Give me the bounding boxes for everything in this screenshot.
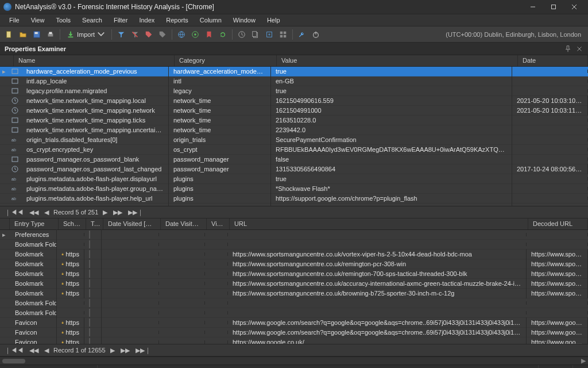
tag-checkbox[interactable] — [89, 319, 90, 327]
history-row[interactable]: Bookmarkhttpshttps://www.sportsmanguncen… — [0, 289, 588, 298]
menu-column[interactable]: Column — [194, 16, 227, 25]
history-row[interactable]: Faviconhttpshttps://www.google.co.uk/htt… — [0, 338, 588, 344]
history-row[interactable]: Bookmarkhttpshttps://www.sportsmanguncen… — [0, 250, 588, 259]
property-row[interactable]: abplugins.metadata.adobe-flash-player.gr… — [0, 184, 588, 194]
history-row[interactable]: Bookmarkhttpshttps://www.sportsmanguncen… — [0, 269, 588, 279]
untag-button[interactable] — [156, 28, 169, 41]
bnav-prev[interactable]: ◀ — [43, 347, 50, 354]
history-row[interactable]: Bookmark Folder — [0, 308, 588, 318]
col-tag[interactable]: Tag — [86, 218, 103, 229]
clear-filter-button[interactable] — [129, 28, 141, 41]
import-button[interactable]: Import — [63, 28, 109, 41]
tag-button[interactable] — [142, 28, 155, 41]
tag-checkbox[interactable] — [89, 289, 90, 297]
menu-window[interactable]: Window — [227, 16, 261, 25]
tag-checkbox[interactable] — [89, 250, 90, 258]
nav-first[interactable]: ｜◀◀ — [3, 208, 25, 217]
minimize-button[interactable] — [523, 0, 543, 14]
horizontal-scrollbar[interactable]: ▶ — [0, 356, 588, 365]
property-row[interactable]: abos_crypt.encrypted_keyos_cryptRFBBUEkB… — [0, 145, 588, 155]
menu-filter[interactable]: Filter — [108, 16, 133, 25]
bnav-first[interactable]: ｜◀◀ — [3, 346, 25, 355]
nav-prev-page[interactable]: ◀◀ — [28, 209, 40, 216]
property-row[interactable]: password_manager.os_password_blankpasswo… — [0, 155, 588, 164]
menu-reports[interactable]: Reports — [160, 16, 194, 25]
new-button[interactable] — [3, 28, 16, 41]
col-name[interactable]: Name — [14, 55, 175, 66]
filter-button[interactable] — [115, 28, 127, 41]
history-row[interactable]: Bookmarkhttpshttps://www.sportsmanguncen… — [0, 279, 588, 289]
tag-checkbox[interactable] — [89, 240, 90, 248]
nav-next-page[interactable]: ▶▶ — [112, 209, 123, 216]
maximize-button[interactable] — [543, 0, 564, 14]
tag-checkbox[interactable] — [89, 260, 90, 268]
open-folder-button[interactable] — [17, 28, 29, 41]
bnav-next[interactable]: ▶ — [109, 347, 116, 354]
tag-checkbox[interactable] — [89, 279, 90, 288]
export-button[interactable] — [263, 28, 276, 41]
history-row[interactable]: Bookmarkhttpshttps://www.sportsmanguncen… — [0, 259, 588, 269]
history-row[interactable]: Faviconhttpshttps://www.google.com/searc… — [0, 318, 588, 328]
property-row[interactable]: network_time.network_time_mapping.networ… — [0, 106, 588, 116]
property-row[interactable]: abplugins.metadata.adobe-flash-player.di… — [0, 174, 588, 184]
history-row[interactable]: Bookmark Folder — [0, 298, 588, 308]
grid-button[interactable] — [277, 28, 289, 41]
tag-checkbox[interactable] — [89, 328, 90, 336]
tag-checkbox[interactable] — [89, 231, 90, 239]
index-button[interactable] — [189, 28, 202, 41]
menu-file[interactable]: File — [3, 16, 25, 25]
clock-button[interactable] — [235, 28, 248, 41]
property-row[interactable]: network_time.network_time_mapping.uncert… — [0, 125, 588, 135]
bookmark-button[interactable] — [203, 28, 215, 41]
globe-button[interactable] — [175, 28, 188, 41]
refresh-button[interactable] — [216, 28, 229, 41]
pin-icon[interactable] — [564, 45, 572, 53]
row-type-icon — [8, 117, 22, 124]
col-date-visited-utc[interactable]: Date Visited [UTC] ▼ — [103, 218, 161, 229]
bnav-next-page[interactable]: ▶▶ — [119, 347, 131, 354]
col-date[interactable]: Date — [518, 55, 588, 66]
tag-checkbox[interactable] — [89, 270, 90, 278]
history-row[interactable]: Faviconhttpshttps://www.google.com/searc… — [0, 328, 588, 338]
bnav-last[interactable]: ▶▶｜ — [134, 346, 152, 355]
property-row[interactable]: aborigin_trials.disabled_features[0]orig… — [0, 135, 588, 145]
property-row[interactable]: password_manager.os_password_last_change… — [0, 164, 588, 174]
menu-view[interactable]: View — [25, 16, 51, 25]
print-button[interactable] — [44, 28, 57, 41]
nav-prev[interactable]: ◀ — [43, 209, 50, 216]
col-value[interactable]: Value — [277, 55, 518, 66]
nav-next[interactable]: ▶ — [102, 209, 109, 216]
save-button[interactable] — [30, 28, 43, 41]
tag-checkbox[interactable] — [89, 309, 90, 317]
wrench-button[interactable] — [296, 28, 308, 41]
close-button[interactable] — [564, 0, 585, 14]
col-visits[interactable]: Visits — [207, 218, 230, 229]
property-row[interactable]: ▸hardware_acceleration_mode_previoushard… — [0, 67, 588, 76]
property-row[interactable]: network_time.network_time_mapping.localn… — [0, 96, 588, 106]
property-row[interactable]: network_time.network_time_mapping.ticksn… — [0, 116, 588, 125]
nav-last[interactable]: ▶▶｜ — [127, 208, 145, 217]
col-scheme[interactable]: Scheme — [59, 218, 86, 229]
menu-tools[interactable]: Tools — [50, 16, 76, 25]
tag-checkbox[interactable] — [89, 299, 90, 307]
menu-index[interactable]: Index — [133, 16, 160, 25]
row-type-icon — [8, 166, 22, 172]
col-decoded-url[interactable]: Decoded URL — [528, 218, 588, 229]
col-url[interactable]: URL — [230, 218, 528, 229]
menu-help[interactable]: Help — [261, 16, 286, 25]
close-panel-icon[interactable] — [575, 45, 583, 53]
tag-checkbox[interactable] — [89, 338, 90, 344]
history-row[interactable]: Bookmark Folder — [0, 240, 588, 250]
menu-search[interactable]: Search — [76, 16, 108, 25]
power-button[interactable] — [310, 28, 322, 41]
bnav-prev-page[interactable]: ◀◀ — [28, 347, 40, 354]
property-row[interactable]: abplugins.metadata.adobe-flash-player.la… — [0, 204, 588, 206]
property-row[interactable]: intl.app_localeintlen-GB — [0, 76, 588, 86]
property-row[interactable]: abplugins.metadata.adobe-flash-player.he… — [0, 194, 588, 204]
property-row[interactable]: legacy.profile.name.migratedlegacytrue — [0, 86, 588, 96]
history-row[interactable]: ▸Preferences — [0, 230, 588, 240]
col-entry-type[interactable]: Entry Type — [10, 218, 59, 229]
col-category[interactable]: Category — [175, 55, 277, 66]
copy-button[interactable] — [249, 28, 262, 41]
col-date-visited-local[interactable]: Date Visited [Local] — [161, 218, 207, 229]
